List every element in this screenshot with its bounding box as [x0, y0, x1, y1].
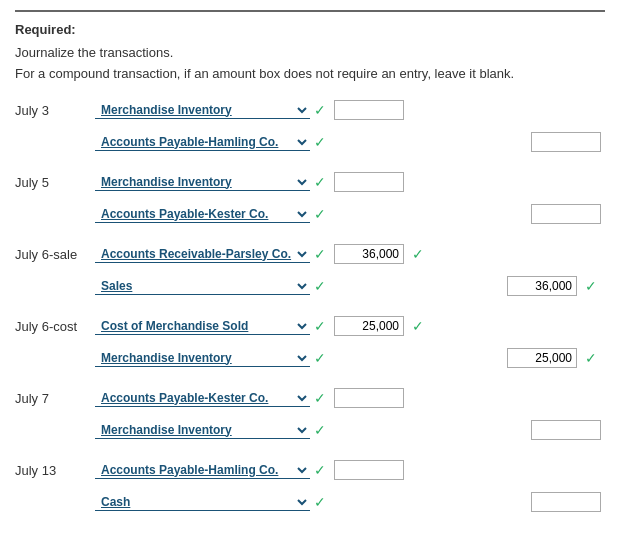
- instruction2: For a compound transaction, if an amount…: [15, 66, 605, 81]
- transaction-block-0: July 3Merchandise InventoryAccounts Paya…: [15, 97, 605, 155]
- date-label-5: July 13: [15, 463, 95, 478]
- account-dropdown: SalesMerchandise InventoryAccounts Payab…: [95, 278, 334, 295]
- transaction-block-3: July 6-costCost of Merchandise SoldMerch…: [15, 313, 605, 371]
- account-check-icon: ✓: [314, 206, 326, 222]
- transaction-row: Accounts Payable-Hamling Co.Merchandise …: [15, 129, 605, 155]
- account-check-icon: ✓: [314, 318, 326, 334]
- credit-input-5-1[interactable]: [531, 492, 601, 512]
- credit-check-icon: ✓: [585, 350, 597, 366]
- account-dropdown: Merchandise InventoryAccounts Payable-Ha…: [95, 422, 334, 439]
- credit-input-3-1[interactable]: [507, 348, 577, 368]
- transaction-block-2: July 6-saleAccounts Receivable-Parsley C…: [15, 241, 605, 299]
- debit-input-4-0[interactable]: [334, 388, 404, 408]
- account-dropdown: Merchandise InventoryAccounts Payable-Ha…: [95, 350, 334, 367]
- account-check-icon: ✓: [314, 462, 326, 478]
- transaction-row: July 13Accounts Payable-Hamling Co.Merch…: [15, 457, 605, 483]
- account-select-0-1[interactable]: Accounts Payable-Hamling Co.Merchandise …: [95, 134, 310, 151]
- transaction-row: July 7Accounts Payable-Kester Co.Merchan…: [15, 385, 605, 411]
- debit-input-1-0[interactable]: [334, 172, 404, 192]
- date-label-2: July 6-sale: [15, 247, 95, 262]
- transaction-row: July 3Merchandise InventoryAccounts Paya…: [15, 97, 605, 123]
- account-select-0-0[interactable]: Merchandise InventoryAccounts Payable-Ha…: [95, 102, 310, 119]
- transaction-row: Merchandise InventoryAccounts Payable-Ha…: [15, 345, 605, 371]
- instruction1: Journalize the transactions.: [15, 45, 605, 60]
- transaction-row: July 5Merchandise InventoryAccounts Paya…: [15, 169, 605, 195]
- transaction-row: SalesMerchandise InventoryAccounts Payab…: [15, 273, 605, 299]
- transaction-row: July 6-costCost of Merchandise SoldMerch…: [15, 313, 605, 339]
- account-select-3-1[interactable]: Merchandise InventoryAccounts Payable-Ha…: [95, 350, 310, 367]
- transaction-row: July 6-saleAccounts Receivable-Parsley C…: [15, 241, 605, 267]
- account-select-2-0[interactable]: Accounts Receivable-Parsley Co.Merchandi…: [95, 246, 310, 263]
- transaction-block-4: July 7Accounts Payable-Kester Co.Merchan…: [15, 385, 605, 443]
- account-select-1-0[interactable]: Merchandise InventoryAccounts Payable-Ha…: [95, 174, 310, 191]
- date-label-0: July 3: [15, 103, 95, 118]
- account-check-icon: ✓: [314, 246, 326, 262]
- account-dropdown: Accounts Payable-Kester Co.Merchandise I…: [95, 206, 334, 223]
- account-dropdown: Accounts Receivable-Parsley Co.Merchandi…: [95, 246, 334, 263]
- account-check-icon: ✓: [314, 494, 326, 510]
- account-check-icon: ✓: [314, 102, 326, 118]
- account-check-icon: ✓: [314, 278, 326, 294]
- account-check-icon: ✓: [314, 390, 326, 406]
- transaction-row: Accounts Payable-Kester Co.Merchandise I…: [15, 201, 605, 227]
- debit-input-0-0[interactable]: [334, 100, 404, 120]
- account-check-icon: ✓: [314, 422, 326, 438]
- transaction-row: Merchandise InventoryAccounts Payable-Ha…: [15, 417, 605, 443]
- account-dropdown: Accounts Payable-Kester Co.Merchandise I…: [95, 390, 334, 407]
- account-check-icon: ✓: [314, 134, 326, 150]
- date-label-3: July 6-cost: [15, 319, 95, 334]
- debit-input-3-0[interactable]: [334, 316, 404, 336]
- account-select-4-0[interactable]: Accounts Payable-Kester Co.Merchandise I…: [95, 390, 310, 407]
- account-select-4-1[interactable]: Merchandise InventoryAccounts Payable-Ha…: [95, 422, 310, 439]
- debit-check-icon: ✓: [412, 318, 424, 334]
- account-dropdown: Accounts Payable-Hamling Co.Merchandise …: [95, 134, 334, 151]
- account-check-icon: ✓: [314, 174, 326, 190]
- date-label-4: July 7: [15, 391, 95, 406]
- account-select-5-0[interactable]: Accounts Payable-Hamling Co.Merchandise …: [95, 462, 310, 479]
- account-check-icon: ✓: [314, 350, 326, 366]
- debit-input-2-0[interactable]: [334, 244, 404, 264]
- account-dropdown: Merchandise InventoryAccounts Payable-Ha…: [95, 174, 334, 191]
- account-dropdown: CashMerchandise InventoryAccounts Payabl…: [95, 494, 334, 511]
- transaction-row: CashMerchandise InventoryAccounts Payabl…: [15, 489, 605, 515]
- account-select-3-0[interactable]: Cost of Merchandise SoldMerchandise Inve…: [95, 318, 310, 335]
- credit-input-2-1[interactable]: [507, 276, 577, 296]
- credit-check-icon: ✓: [585, 278, 597, 294]
- credit-input-4-1[interactable]: [531, 420, 601, 440]
- debit-input-5-0[interactable]: [334, 460, 404, 480]
- date-label-1: July 5: [15, 175, 95, 190]
- credit-input-0-1[interactable]: [531, 132, 601, 152]
- account-dropdown: Accounts Payable-Hamling Co.Merchandise …: [95, 462, 334, 479]
- account-select-5-1[interactable]: CashMerchandise InventoryAccounts Payabl…: [95, 494, 310, 511]
- required-label: Required:: [15, 22, 605, 37]
- account-dropdown: Cost of Merchandise SoldMerchandise Inve…: [95, 318, 334, 335]
- account-select-1-1[interactable]: Accounts Payable-Kester Co.Merchandise I…: [95, 206, 310, 223]
- debit-check-icon: ✓: [412, 246, 424, 262]
- account-dropdown: Merchandise InventoryAccounts Payable-Ha…: [95, 102, 334, 119]
- credit-input-1-1[interactable]: [531, 204, 601, 224]
- transaction-block-5: July 13Accounts Payable-Hamling Co.Merch…: [15, 457, 605, 515]
- transaction-block-1: July 5Merchandise InventoryAccounts Paya…: [15, 169, 605, 227]
- account-select-2-1[interactable]: SalesMerchandise InventoryAccounts Payab…: [95, 278, 310, 295]
